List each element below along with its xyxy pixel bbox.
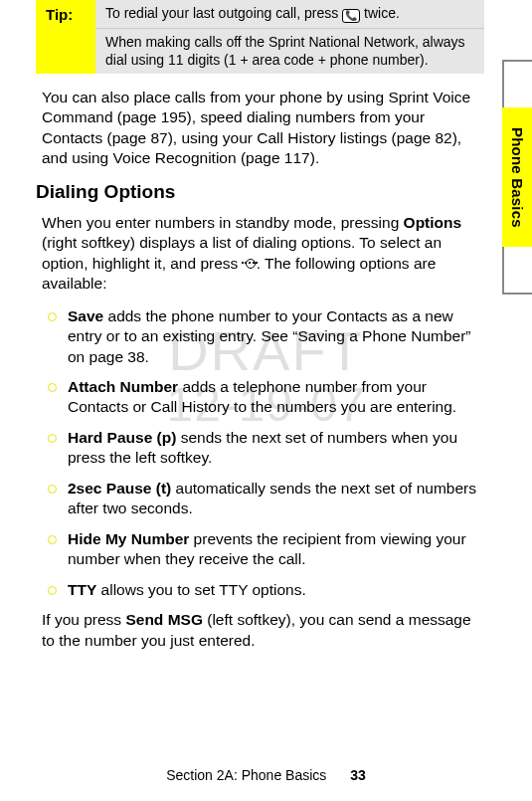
list-item: Save adds the phone number to your Conta…	[54, 306, 484, 367]
nav-key-icon	[243, 258, 257, 270]
closing-pre: If you press	[42, 611, 125, 628]
list-item: TTY allows you to set TTY options.	[54, 580, 484, 600]
option-name: Hide My Number	[68, 530, 189, 547]
list-item: Hard Pause (p) sends the next set of num…	[54, 428, 484, 469]
option-name: Attach Number	[68, 378, 178, 395]
option-name: 2sec Pause (t)	[68, 480, 171, 497]
tip-box: Tip: To redial your last outgoing call, …	[36, 0, 484, 74]
talk-key-icon: 📞	[342, 9, 360, 23]
tip-row-2: When making calls off the Sprint Nationa…	[95, 28, 484, 74]
section-heading: Dialing Options	[36, 181, 484, 203]
tip-body: To redial your last outgoing call, press…	[95, 0, 484, 74]
option-text: adds the phone number to your Contacts a…	[68, 307, 471, 365]
list-item: Hide My Number prevents the recipient fr…	[54, 529, 484, 570]
tip-label: Tip:	[36, 0, 95, 74]
tab-edge-top	[502, 60, 532, 107]
list-item: Attach Number adds a telephone number fr…	[54, 377, 484, 418]
tab-edge-bottom	[502, 247, 532, 295]
side-tab-label: Phone Basics	[509, 127, 526, 228]
tip1-pre: To redial your last outgoing call, press	[105, 5, 342, 21]
option-name: TTY	[68, 581, 96, 598]
options-intro-pre: When you enter numbers in standby mode, …	[42, 214, 404, 231]
list-item: 2sec Pause (t) automatically sends the n…	[54, 479, 484, 519]
side-tab: Phone Basics	[502, 107, 532, 247]
closing-paragraph: If you press Send MSG (left softkey), yo…	[36, 610, 484, 651]
tip-row-1: To redial your last outgoing call, press…	[95, 0, 484, 28]
option-name: Hard Pause (p)	[68, 429, 176, 446]
options-list: Save adds the phone number to your Conta…	[36, 306, 484, 600]
closing-bold: Send MSG	[125, 611, 203, 628]
options-intro: When you enter numbers in standby mode, …	[36, 213, 484, 295]
option-name: Save	[68, 307, 103, 324]
page-footer: Section 2A: Phone Basics 33	[0, 767, 532, 783]
page-number: 33	[350, 767, 366, 783]
footer-section: Section 2A: Phone Basics	[166, 767, 326, 783]
options-softkey: Options	[404, 214, 462, 231]
page: Phone Basics DRAFT 12-19-07 Tip: To redi…	[0, 0, 532, 801]
tip1-post: twice.	[360, 5, 400, 21]
intro-paragraph: You can also place calls from your phone…	[36, 88, 484, 169]
option-text: allows you to set TTY options.	[96, 581, 306, 598]
